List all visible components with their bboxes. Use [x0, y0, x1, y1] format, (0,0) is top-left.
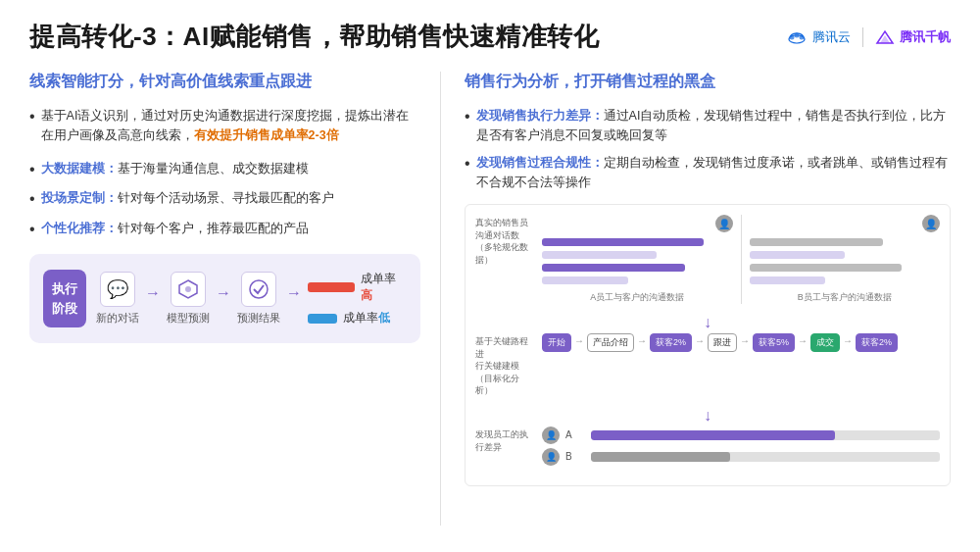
diag-content-1: 👤 A员工与客户的沟通数据	[542, 215, 940, 304]
step-3-icon	[241, 272, 276, 307]
chat-bars-row: 👤 A员工与客户的沟通数据	[542, 215, 940, 304]
right-bullet-1-text: 发现销售执行力差异：通过AI自动质检，发现销售过程中，销售是否执行到位，比方是否…	[476, 106, 951, 145]
flow-box: 执行阶段 💬 新的对话 →	[29, 254, 420, 343]
chat-label-b-bottom: B员工与客户的沟通数据	[750, 291, 941, 304]
proc-deal: 成交	[810, 333, 840, 352]
proc-intro-box: 产品介绍	[587, 333, 634, 352]
person-icon-a: 👤	[715, 215, 733, 232]
diag-row-1: 真实的销售员沟通对话数（多轮规化数据） 👤	[475, 215, 940, 304]
proc-step-4: 获客5%	[753, 333, 795, 352]
pb-bar-b	[591, 452, 730, 462]
proc-step-2-box: 获客2%	[650, 333, 692, 352]
pb-person-b-icon: 👤	[542, 448, 560, 466]
diag-content-3: 👤 A 👤 B	[542, 427, 940, 466]
svg-point-6	[185, 286, 191, 292]
proc-followup: 跟进	[708, 333, 737, 352]
left-column: 线索智能打分，针对高价值线索重点跟进 • 基于AI语义识别，通过对历史沟通数据进…	[29, 72, 441, 526]
result-bar-high	[308, 282, 355, 292]
right-bullets: • 发现销售执行力差异：通过AI自动质检，发现销售过程中，销售是否执行到位，比方…	[465, 106, 951, 192]
tencent-cloud-icon	[786, 29, 808, 45]
feature-bullet-1: • 大数据建模：基于海量沟通信息、成交数据建模	[29, 159, 420, 180]
flow-arrow-2: →	[216, 284, 231, 302]
result-high: 成单率高	[308, 271, 407, 304]
qianfan-icon	[875, 29, 895, 45]
feature-bullet-2-text: 投场景定制：针对每个活动场景、寻找最匹配的客户	[41, 188, 334, 208]
chat-bar-a-3	[542, 264, 685, 272]
qianfan-logo: 腾讯千帆	[875, 28, 951, 46]
proc-step-4-box: 获客5%	[753, 333, 795, 352]
bullet-dot-3: •	[29, 188, 35, 210]
result-low: 成单率低	[308, 310, 407, 326]
chat-bar-b-4	[750, 276, 826, 284]
flow-step-1: 💬 新的对话	[96, 272, 139, 326]
right-column: 销售行为分析，打开销售过程的黑盒 • 发现销售执行力差异：通过AI自动质检，发现…	[441, 72, 951, 526]
chat-header-a: 👤	[542, 215, 733, 232]
header: 提高转化-3：AI赋能销售，帮助销售快速精准转化 腾讯云	[29, 20, 951, 54]
proc-step-2: 获客2%	[650, 333, 692, 352]
result-low-label: 成单率低	[343, 310, 390, 326]
chat-bar-b-3	[750, 264, 903, 272]
proc-arrow-2: →	[637, 335, 647, 346]
feature-bullets: • 大数据建模：基于海量沟通信息、成交数据建模 • 投场景定制：针对每个活动场景…	[29, 159, 420, 240]
proc-start: 开始	[542, 333, 571, 352]
pb-bar-container-b	[591, 452, 940, 462]
feature-bullet-1-text: 大数据建模：基于海量沟通信息、成交数据建模	[41, 159, 309, 178]
logo-divider	[862, 27, 863, 47]
bullet-dot-4: •	[29, 219, 35, 240]
left-bullet-1-text: 基于AI语义识别，通过对历史沟通数据进行深度挖掘，提炼出潜在在用户画像及高意向线…	[41, 106, 420, 145]
flow-step-3: 预测结果	[237, 272, 280, 326]
proc-followup-box: 跟进	[708, 333, 737, 352]
right-bullet-2: • 发现销售过程合规性：定期自动检查，发现销售过度承诺，或者跳单、或销售过程有不…	[465, 153, 951, 192]
down-arrow-2: ↓	[475, 407, 940, 425]
pb-label-b: B	[565, 451, 585, 462]
result-bar-low	[308, 314, 337, 324]
proc-arrow-4: →	[740, 335, 750, 346]
feature-bullet-2: • 投场景定制：针对每个活动场景、寻找最匹配的客户	[29, 188, 420, 210]
step-1-label: 新的对话	[96, 311, 139, 326]
page-container: 提高转化-3：AI赋能销售，帮助销售快速精准转化 腾讯云	[0, 0, 980, 552]
right-section-title: 销售行为分析，打开销售过程的黑盒	[465, 72, 951, 92]
diag-label-3: 发现员工的执行差异	[475, 427, 534, 453]
proc-step-5: 获客2%	[856, 333, 898, 352]
chat-block-a: 👤 A员工与客户的沟通数据	[542, 215, 733, 304]
pb-row-b: 👤 B	[542, 448, 940, 466]
exec-label-text: 执行阶段	[52, 279, 77, 318]
diag-row-2: 基于关键路程进行关键建模（目标化分析） 开始 → 产品介绍 → 获客2%	[475, 333, 940, 397]
bullet-dot: •	[29, 106, 35, 127]
left-bullet-block: • 基于AI语义识别，通过对历史沟通数据进行深度挖掘，提炼出潜在在用户画像及高意…	[29, 106, 420, 145]
down-arrow-1: ↓	[475, 314, 940, 331]
result-high-label: 成单率高	[361, 271, 407, 304]
proc-step-5-box: 获客2%	[856, 333, 898, 352]
chat-bar-a-2	[542, 251, 657, 259]
right-bullet-dot-1: •	[465, 106, 470, 127]
tencent-cloud-logo: 腾讯云	[786, 28, 851, 46]
sales-diagram: 真实的销售员沟通对话数（多轮规化数据） 👤	[465, 204, 951, 486]
diag-label-1: 真实的销售员沟通对话数（多轮规化数据）	[475, 215, 534, 266]
logo-area: 腾讯云 腾讯千帆	[786, 27, 951, 47]
model-icon	[177, 278, 199, 300]
right-bullet-2-text: 发现销售过程合规性：定期自动检查，发现销售过度承诺，或者跳单、或销售过程有不合规…	[476, 153, 951, 192]
pb-bar-container-a	[591, 430, 940, 440]
right-bullet-dot-2: •	[465, 153, 470, 175]
diag-row-3: 发现员工的执行差异 👤 A 👤	[475, 427, 940, 466]
chat-bar-b-1	[750, 238, 883, 246]
flow-steps: 💬 新的对话 → 模型预测 →	[96, 271, 407, 326]
process-steps-a: 开始 → 产品介绍 → 获客2% → 跟进	[542, 333, 940, 352]
chat-bar-a-4	[542, 276, 628, 284]
person-icon-b: 👤	[922, 215, 940, 232]
feature-bullet-3: • 个性化推荐：针对每个客户，推荐最匹配的产品	[29, 219, 420, 240]
page-title: 提高转化-3：AI赋能销售，帮助销售快速精准转化	[29, 20, 599, 54]
proc-arrow-1: →	[574, 335, 584, 346]
feature-bullet-3-text: 个性化推荐：针对每个客户，推荐最匹配的产品	[41, 219, 309, 238]
person-bars: 👤 A 👤 B	[542, 427, 940, 466]
svg-point-4	[800, 34, 805, 39]
flow-arrow-1: →	[145, 284, 161, 302]
chat-block-b: 👤 B员工与客户的沟通数据	[750, 215, 941, 304]
proc-arrow-6: →	[843, 335, 853, 346]
pb-bar-a	[591, 430, 835, 440]
left-bullet-1: • 基于AI语义识别，通过对历史沟通数据进行深度挖掘，提炼出潜在在用户画像及高意…	[29, 106, 420, 145]
chat-label-a-bottom: A员工与客户的沟通数据	[542, 291, 733, 304]
diag-content-2: 开始 → 产品介绍 → 获客2% → 跟进	[542, 333, 940, 356]
flow-step-2: 模型预测	[167, 272, 210, 326]
proc-intro: 产品介绍	[587, 333, 634, 352]
